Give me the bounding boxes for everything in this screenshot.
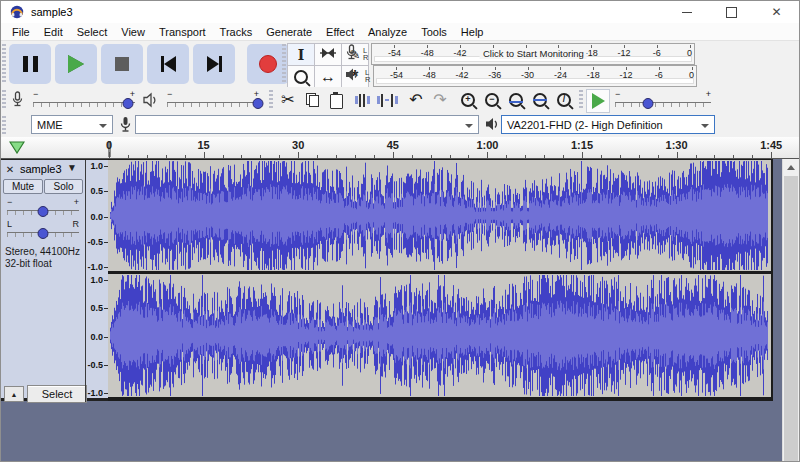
track-control-panel: ✕ sample3 ▼ Mute Solo − + L R Stereo, 44: [1, 159, 108, 401]
cut-button[interactable]: ✂: [277, 89, 299, 111]
menu-view[interactable]: View: [114, 24, 152, 40]
play-speed-thumb[interactable]: [642, 98, 653, 109]
selection-tool-button[interactable]: I: [288, 44, 314, 65]
zoom-tool-button[interactable]: [288, 66, 314, 87]
fit-project-button[interactable]: [529, 89, 551, 111]
recording-meter-body[interactable]: -54-48-42-18-12-60Click to Start Monitor…: [371, 43, 695, 65]
track-close-button[interactable]: ✕: [4, 163, 16, 175]
pause-icon: [23, 56, 38, 72]
menu-tracks[interactable]: Tracks: [213, 24, 260, 40]
playback-meter[interactable]: LR -54-48-42-36-30-24-18-12-60: [345, 65, 697, 86]
menu-tools[interactable]: Tools: [414, 24, 454, 40]
tools-toolbar-grip[interactable]: [282, 44, 286, 84]
recording-device-select[interactable]: [135, 115, 479, 134]
pan-thumb[interactable]: [38, 228, 49, 239]
monitor-prompt-text[interactable]: Click to Start Monitoring: [480, 48, 587, 59]
recording-volume-thumb[interactable]: [122, 98, 133, 109]
waveform-canvas[interactable]: [108, 159, 773, 401]
timeline-tick: [752, 155, 753, 158]
recording-volume-slider[interactable]: − +: [33, 90, 135, 110]
zoom-selection-button[interactable]: [505, 89, 527, 111]
recording-meter[interactable]: LR -54-48-42-18-12-60Click to Start Moni…: [345, 43, 695, 64]
pan-right-label: R: [73, 219, 80, 229]
timeline-tick: [204, 152, 205, 158]
play-at-speed-grip[interactable]: [579, 90, 583, 110]
menu-select[interactable]: Select: [70, 24, 115, 40]
audio-host-select[interactable]: MME: [31, 115, 113, 134]
pause-button[interactable]: [9, 44, 51, 84]
transport-toolbar-grip[interactable]: [2, 44, 6, 84]
trim-audio-button[interactable]: [351, 89, 373, 111]
timeline-label: 30: [292, 139, 304, 151]
timeline-label: 0: [106, 139, 112, 151]
timeline-tick: [298, 152, 299, 158]
vertical-scrollbar[interactable]: [782, 159, 799, 462]
gain-slider[interactable]: − +: [7, 198, 79, 218]
amplitude-label: 0.0: [90, 332, 103, 342]
edit-toolbar-grip[interactable]: [269, 90, 273, 110]
window-title: sample3: [31, 6, 73, 18]
timeline-tick: [677, 152, 678, 158]
menu-analyze[interactable]: Analyze: [361, 24, 414, 40]
track-name[interactable]: sample3: [20, 163, 62, 175]
close-button[interactable]: ✕: [754, 1, 799, 23]
skip-to-start-button[interactable]: [147, 44, 189, 84]
timeshift-tool-button[interactable]: ↔: [315, 66, 341, 87]
redo-button[interactable]: ↷: [429, 89, 451, 111]
record-icon: [259, 55, 277, 73]
menu-file[interactable]: File: [5, 24, 37, 40]
zoom-out-button[interactable]: −: [481, 89, 503, 111]
timeline-tick: [147, 155, 148, 158]
window-controls: ✕: [664, 1, 799, 23]
track-collapse-button[interactable]: ▲: [4, 386, 24, 402]
menu-generate[interactable]: Generate: [259, 24, 319, 40]
minimize-button[interactable]: [664, 1, 709, 23]
silence-audio-icon: [376, 94, 398, 107]
timeline-tick: [128, 155, 129, 158]
timeline-tick: [450, 155, 451, 158]
scrollbar-thumb[interactable]: [784, 176, 798, 462]
play-speed-slider[interactable]: − +: [615, 90, 711, 110]
timeline-ruler[interactable]: 01530451:001:151:301:45: [1, 137, 799, 159]
device-toolbar-grip[interactable]: [2, 116, 6, 134]
solo-button[interactable]: Solo: [44, 179, 83, 194]
skip-to-end-button[interactable]: [193, 44, 235, 84]
menu-effect[interactable]: Effect: [319, 24, 361, 40]
paste-button[interactable]: [325, 89, 347, 111]
track-select-button[interactable]: Select: [27, 385, 87, 403]
play-at-speed-button[interactable]: [586, 89, 610, 113]
track-format-info: Stereo, 44100Hz: [5, 246, 80, 257]
amplitude-label: -0.5: [87, 237, 103, 247]
mute-button[interactable]: Mute: [3, 179, 43, 194]
menu-help[interactable]: Help: [454, 24, 491, 40]
stop-button[interactable]: [101, 44, 143, 84]
play-button[interactable]: [55, 44, 97, 84]
mixer-toolbar-grip[interactable]: [2, 90, 6, 110]
zoom-in-button[interactable]: +: [457, 89, 479, 111]
playback-meter-body[interactable]: -54-48-42-36-30-24-18-12-60: [373, 65, 697, 87]
microphone-icon: [345, 44, 358, 63]
pan-slider[interactable]: L R: [7, 220, 79, 240]
copy-button[interactable]: [301, 89, 323, 111]
undo-button[interactable]: ↶: [405, 89, 427, 111]
playback-device-select[interactable]: VA2201-FHD (2- High Definition: [501, 115, 715, 134]
maximize-button[interactable]: [709, 1, 754, 23]
timeline-tick: [185, 155, 186, 158]
zoom-toggle-button[interactable]: /: [553, 89, 575, 111]
playback-volume-thumb[interactable]: [253, 98, 264, 109]
silence-audio-button[interactable]: [376, 89, 398, 111]
envelope-tool-button[interactable]: [315, 44, 341, 65]
menu-edit[interactable]: Edit: [37, 24, 70, 40]
amplitude-ruler: 1.00.50.0-0.5-1.01.00.50.0-0.5-1.0: [85, 160, 108, 402]
playback-volume-slider[interactable]: − +: [167, 90, 259, 110]
timeline-label: 1:15: [571, 139, 593, 151]
scrollbar-up-button[interactable]: [783, 159, 799, 175]
track-menu-button[interactable]: ▼: [67, 162, 77, 173]
play-at-speed-icon: [592, 93, 605, 109]
menu-transport[interactable]: Transport: [152, 24, 213, 40]
timeline-pin-button[interactable]: [7, 140, 27, 155]
gain-thumb[interactable]: [38, 206, 49, 217]
timeline-tick: [639, 155, 640, 158]
playback-meter-channel-labels: LR: [365, 69, 370, 83]
scroll-up-icon: [787, 165, 795, 170]
